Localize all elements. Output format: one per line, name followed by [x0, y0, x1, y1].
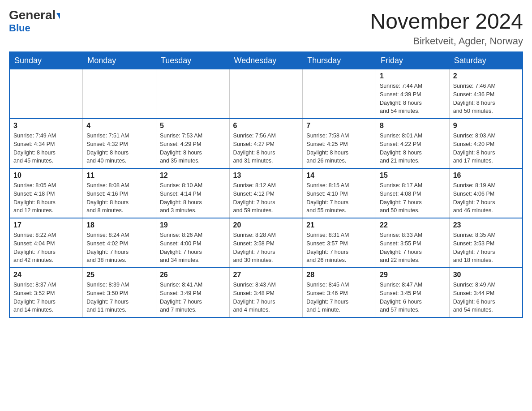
logo-general: General	[9, 9, 60, 21]
day-number: 1	[380, 72, 446, 80]
calendar-cell: 4Sunrise: 7:51 AM Sunset: 4:32 PM Daylig…	[83, 119, 156, 168]
weekday-header-sunday: Sunday	[9, 52, 83, 69]
day-number: 26	[160, 271, 226, 279]
calendar-week-row: 17Sunrise: 8:22 AM Sunset: 4:04 PM Dayli…	[9, 218, 523, 268]
day-info: Sunrise: 8:33 AM Sunset: 3:55 PM Dayligh…	[380, 231, 446, 265]
day-info: Sunrise: 8:12 AM Sunset: 4:12 PM Dayligh…	[233, 181, 299, 215]
day-info: Sunrise: 8:26 AM Sunset: 4:00 PM Dayligh…	[160, 231, 226, 265]
calendar-cell: 22Sunrise: 8:33 AM Sunset: 3:55 PM Dayli…	[376, 218, 450, 268]
calendar-week-row: 1Sunrise: 7:44 AM Sunset: 4:39 PM Daylig…	[9, 69, 523, 119]
calendar-cell: 7Sunrise: 7:58 AM Sunset: 4:25 PM Daylig…	[303, 119, 376, 168]
calendar-cell: 17Sunrise: 8:22 AM Sunset: 4:04 PM Dayli…	[9, 218, 83, 268]
month-title: November 2024	[370, 9, 523, 34]
day-number: 13	[233, 171, 299, 180]
day-info: Sunrise: 8:24 AM Sunset: 4:02 PM Dayligh…	[86, 231, 152, 265]
calendar-cell	[9, 69, 83, 119]
calendar-cell: 14Sunrise: 8:15 AM Sunset: 4:10 PM Dayli…	[303, 168, 376, 218]
day-info: Sunrise: 8:28 AM Sunset: 3:58 PM Dayligh…	[233, 231, 299, 265]
calendar-cell: 24Sunrise: 8:37 AM Sunset: 3:52 PM Dayli…	[9, 268, 83, 317]
day-number: 18	[86, 221, 152, 229]
day-number: 30	[453, 271, 519, 279]
day-info: Sunrise: 8:10 AM Sunset: 4:14 PM Dayligh…	[160, 181, 226, 215]
day-number: 17	[13, 221, 79, 229]
day-number: 24	[13, 271, 79, 279]
calendar-cell: 12Sunrise: 8:10 AM Sunset: 4:14 PM Dayli…	[156, 168, 229, 218]
day-info: Sunrise: 7:53 AM Sunset: 4:29 PM Dayligh…	[160, 132, 226, 165]
calendar-cell: 26Sunrise: 8:41 AM Sunset: 3:49 PM Dayli…	[156, 268, 229, 317]
calendar-cell: 1Sunrise: 7:44 AM Sunset: 4:39 PM Daylig…	[376, 69, 450, 119]
day-number: 6	[233, 122, 299, 130]
weekday-header-monday: Monday	[83, 52, 156, 69]
calendar-week-row: 24Sunrise: 8:37 AM Sunset: 3:52 PM Dayli…	[9, 268, 523, 317]
day-info: Sunrise: 7:51 AM Sunset: 4:32 PM Dayligh…	[86, 132, 152, 165]
day-info: Sunrise: 8:43 AM Sunset: 3:48 PM Dayligh…	[233, 281, 299, 314]
calendar-cell: 19Sunrise: 8:26 AM Sunset: 4:00 PM Dayli…	[156, 218, 229, 268]
calendar-cell	[156, 69, 229, 119]
calendar-cell	[303, 69, 376, 119]
calendar-cell: 28Sunrise: 8:45 AM Sunset: 3:46 PM Dayli…	[303, 268, 376, 317]
calendar-cell: 9Sunrise: 8:03 AM Sunset: 4:20 PM Daylig…	[449, 119, 523, 168]
day-number: 21	[306, 221, 372, 229]
day-info: Sunrise: 8:15 AM Sunset: 4:10 PM Dayligh…	[306, 181, 372, 215]
calendar-cell: 10Sunrise: 8:05 AM Sunset: 4:18 PM Dayli…	[9, 168, 83, 218]
day-info: Sunrise: 8:19 AM Sunset: 4:06 PM Dayligh…	[453, 181, 519, 215]
calendar-cell: 21Sunrise: 8:31 AM Sunset: 3:57 PM Dayli…	[303, 218, 376, 268]
day-info: Sunrise: 7:56 AM Sunset: 4:27 PM Dayligh…	[233, 132, 299, 165]
day-info: Sunrise: 8:01 AM Sunset: 4:22 PM Dayligh…	[380, 132, 446, 165]
calendar-cell: 15Sunrise: 8:17 AM Sunset: 4:08 PM Dayli…	[376, 168, 450, 218]
day-info: Sunrise: 7:46 AM Sunset: 4:36 PM Dayligh…	[453, 82, 519, 116]
weekday-header-row: SundayMondayTuesdayWednesdayThursdayFrid…	[9, 52, 523, 69]
weekday-header-friday: Friday	[376, 52, 450, 69]
day-number: 7	[306, 122, 372, 130]
day-number: 10	[13, 171, 79, 180]
day-number: 22	[380, 221, 446, 229]
logo-blue: Blue	[9, 22, 30, 34]
day-number: 28	[306, 271, 372, 279]
day-info: Sunrise: 8:49 AM Sunset: 3:44 PM Dayligh…	[453, 281, 519, 314]
day-info: Sunrise: 7:49 AM Sunset: 4:34 PM Dayligh…	[13, 132, 79, 165]
day-number: 14	[306, 171, 372, 180]
day-number: 16	[453, 171, 519, 180]
calendar-cell: 29Sunrise: 8:47 AM Sunset: 3:45 PM Dayli…	[376, 268, 450, 317]
calendar-cell: 27Sunrise: 8:43 AM Sunset: 3:48 PM Dayli…	[229, 268, 303, 317]
day-number: 27	[233, 271, 299, 279]
day-info: Sunrise: 8:37 AM Sunset: 3:52 PM Dayligh…	[13, 281, 79, 314]
day-info: Sunrise: 8:22 AM Sunset: 4:04 PM Dayligh…	[13, 231, 79, 265]
day-number: 11	[86, 171, 152, 180]
calendar-cell: 5Sunrise: 7:53 AM Sunset: 4:29 PM Daylig…	[156, 119, 229, 168]
calendar-cell: 8Sunrise: 8:01 AM Sunset: 4:22 PM Daylig…	[376, 119, 450, 168]
location: Birketveit, Agder, Norway	[370, 35, 523, 47]
day-number: 5	[160, 122, 226, 130]
day-number: 19	[160, 221, 226, 229]
calendar-cell: 3Sunrise: 7:49 AM Sunset: 4:34 PM Daylig…	[9, 119, 83, 168]
day-number: 20	[233, 221, 299, 229]
day-number: 15	[380, 171, 446, 180]
calendar-cell: 20Sunrise: 8:28 AM Sunset: 3:58 PM Dayli…	[229, 218, 303, 268]
calendar-cell: 16Sunrise: 8:19 AM Sunset: 4:06 PM Dayli…	[449, 168, 523, 218]
day-number: 23	[453, 221, 519, 229]
day-number: 9	[453, 122, 519, 130]
logo-triangle-icon	[56, 13, 60, 19]
day-number: 2	[453, 72, 519, 80]
calendar-cell: 25Sunrise: 8:39 AM Sunset: 3:50 PM Dayli…	[83, 268, 156, 317]
calendar-cell: 18Sunrise: 8:24 AM Sunset: 4:02 PM Dayli…	[83, 218, 156, 268]
day-number: 12	[160, 171, 226, 180]
calendar-cell	[83, 69, 156, 119]
weekday-header-wednesday: Wednesday	[229, 52, 303, 69]
day-number: 25	[86, 271, 152, 279]
day-number: 3	[13, 122, 79, 130]
day-number: 29	[380, 271, 446, 279]
day-number: 4	[86, 122, 152, 130]
day-info: Sunrise: 8:03 AM Sunset: 4:20 PM Dayligh…	[453, 132, 519, 165]
logo: General Blue	[9, 9, 60, 34]
calendar-table: SundayMondayTuesdayWednesdayThursdayFrid…	[9, 51, 523, 318]
page-header: General Blue November 2024 Birketveit, A…	[9, 9, 523, 47]
day-info: Sunrise: 8:17 AM Sunset: 4:08 PM Dayligh…	[380, 181, 446, 215]
day-info: Sunrise: 8:31 AM Sunset: 3:57 PM Dayligh…	[306, 231, 372, 265]
day-info: Sunrise: 8:39 AM Sunset: 3:50 PM Dayligh…	[86, 281, 152, 314]
weekday-header-tuesday: Tuesday	[156, 52, 229, 69]
weekday-header-thursday: Thursday	[303, 52, 376, 69]
day-info: Sunrise: 8:08 AM Sunset: 4:16 PM Dayligh…	[86, 181, 152, 215]
day-number: 8	[380, 122, 446, 130]
day-info: Sunrise: 8:41 AM Sunset: 3:49 PM Dayligh…	[160, 281, 226, 314]
